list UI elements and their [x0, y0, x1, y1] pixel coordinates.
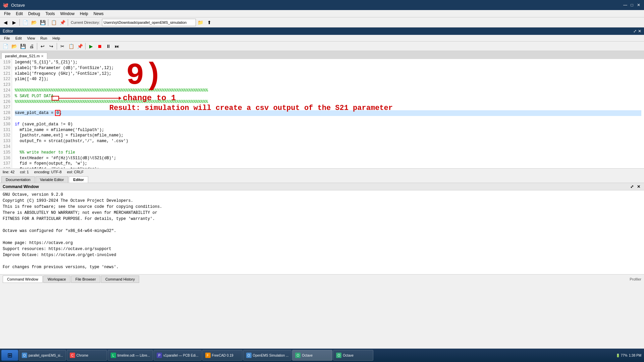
maximize-button[interactable]: □ [629, 2, 635, 8]
menu-help[interactable]: Help [77, 11, 91, 17]
editor-step-btn[interactable]: ⏭ [113, 42, 121, 50]
editor-menu-help[interactable]: Help [50, 36, 63, 41]
editor-stop-btn[interactable]: ⏹ [96, 42, 104, 50]
ln-132: 132 [1, 133, 10, 138]
taskbar-right: 🔋 77% 1:38 PM [616, 354, 643, 357]
code-line-137: fid = fopen(output_fn, 'w'); [15, 161, 641, 167]
start-button[interactable]: ⊞ [1, 350, 18, 361]
panel-tab-editor[interactable]: Editor [69, 176, 88, 183]
taskbar-item-octave-main[interactable]: O parallel_openEMS_si... [19, 350, 66, 361]
taskbar-label-octave-main: parallel_openEMS_si... [29, 354, 63, 357]
code-line-119: legend('S_{11}','S_{21}'); [15, 60, 641, 65]
code-line-131: mfile_name = mfilename('fullpath'); [15, 127, 641, 133]
status-eol: eol: CRLF [67, 170, 84, 174]
bottom-tab-command-window[interactable]: Command Window [3, 276, 43, 283]
editor-sep1 [37, 43, 37, 50]
command-window-content[interactable]: GNU Octave, version 9.2.0 Copyright (C) … [0, 190, 644, 274]
toolbar-sep3 [68, 19, 68, 26]
taskbar-battery: 🔋 77% [616, 354, 628, 357]
menu-edit[interactable]: Edit [13, 11, 25, 17]
taskbar-label-freecad: FreeCAD 0.19 [212, 354, 233, 357]
toolbar-folder-up[interactable]: ⬆ [205, 18, 213, 26]
taskbar-label-pcb: v1parallel — PCB Edi... [163, 354, 199, 357]
toolbar-forward[interactable]: ▶ [10, 18, 18, 26]
editor-open-btn[interactable]: 📂 [10, 42, 18, 50]
editor-undo-btn[interactable]: ↩ [39, 42, 47, 50]
editor-close-btn[interactable]: ✕ [638, 29, 641, 34]
editor-copy-btn[interactable]: 📋 [67, 42, 75, 50]
editor-run-btn[interactable]: ▶ [87, 42, 95, 50]
close-button[interactable]: ✕ [636, 2, 641, 8]
menu-file[interactable]: File [1, 11, 13, 17]
bottom-tab-command-history[interactable]: Command History [101, 276, 139, 283]
taskbar-item-libreoffice[interactable]: L timeline.odt — Libre... [108, 350, 153, 361]
editor-menu-edit[interactable]: Edit [13, 36, 24, 41]
editor-menubar: File Edit View Run Help [0, 35, 644, 42]
editor-pause-btn[interactable]: ⏸ [104, 42, 112, 50]
editor-status-bar: line: 42 col: 1 encoding: UTF-8 eol: CRL… [0, 168, 644, 175]
toolbar-paste[interactable]: 📌 [58, 18, 66, 26]
code-line-134 [15, 144, 641, 150]
panel-tab-variable-editor[interactable]: Variable Editor [36, 176, 68, 183]
editor-save-btn[interactable]: 💾 [19, 42, 27, 50]
taskbar-item-chrome[interactable]: C Chrome [67, 350, 107, 361]
taskbar-label-octave1: Octave [302, 354, 313, 357]
code-line-129 [15, 116, 641, 122]
editor-redo-btn[interactable]: ↪ [47, 42, 55, 50]
code-line-128: save_plot_data = 0; [15, 110, 641, 116]
cw-line-9: Home page: https://octave.org [3, 240, 641, 246]
editor-tab-label: parallel_draw_S21.m [5, 54, 40, 58]
taskbar-item-octave2[interactable]: O Octave [333, 350, 373, 361]
current-dir-input[interactable] [102, 19, 196, 26]
menu-debug[interactable]: Debug [25, 11, 43, 17]
bottom-tab-file-browser[interactable]: File Browser [71, 276, 100, 283]
title-left: 🐙 Octave [3, 2, 25, 8]
code-content[interactable]: legend('S_{11}','S_{21}'); ylabel('S-Par… [12, 59, 644, 168]
cw-close-btn[interactable]: ✕ [636, 184, 641, 189]
ln-124: 124 [1, 88, 10, 94]
editor-expand-btn[interactable]: ⤢ [633, 29, 637, 34]
toolbar-sep1 [19, 19, 20, 26]
panel-tab-documentation[interactable]: Documentation [1, 176, 35, 183]
toolbar-save[interactable]: 💾 [39, 18, 47, 26]
taskbar-icon-openems: O [246, 353, 252, 358]
editor-print-btn[interactable]: 🖨 [28, 42, 36, 50]
taskbar-item-octave1[interactable]: O Octave [292, 350, 332, 361]
taskbar-item-freecad[interactable]: F FreeCAD 0.19 [202, 350, 243, 361]
toolbar-browse[interactable]: 📁 [197, 18, 205, 26]
minimize-button[interactable]: — [623, 2, 628, 8]
taskbar-item-openems[interactable]: O OpenEMS Simulation ... [243, 350, 292, 361]
cw-line-12 [3, 258, 641, 264]
code-editor[interactable]: 119 120 121 122 123 124 125 126 127 128 … [0, 59, 644, 168]
editor-cut-btn[interactable]: ✂ [58, 42, 66, 50]
toolbar-open[interactable]: 📂 [30, 18, 38, 26]
editor-menu-run[interactable]: Run [38, 36, 50, 41]
taskbar-item-pcb[interactable]: P v1parallel — PCB Edi... [154, 350, 202, 361]
code-line-125: % SAVE PLOT DATA [15, 94, 641, 99]
taskbar: ⊞ O parallel_openEMS_si... C Chrome L ti… [0, 349, 644, 362]
toolbar-copy[interactable]: 📋 [50, 18, 58, 26]
cw-line-5: FITNESS FOR A PARTICULAR PURPOSE. For de… [3, 216, 641, 222]
profiler-label[interactable]: Profiler [630, 277, 641, 281]
editor-menu-file[interactable]: File [1, 36, 13, 41]
editor-tab-close[interactable]: ✕ [41, 54, 44, 58]
editor-paste-btn[interactable]: 📌 [76, 42, 84, 50]
app-title: Octave [11, 3, 25, 8]
toolbar-back[interactable]: ◀ [1, 18, 9, 26]
menu-news[interactable]: News [91, 11, 106, 17]
ln-122: 122 [1, 76, 10, 82]
menu-tools[interactable]: Tools [43, 11, 57, 17]
editor-sep2 [57, 43, 57, 50]
cw-line-1: GNU Octave, version 9.2.0 [3, 192, 641, 198]
menu-window[interactable]: Window [57, 11, 77, 17]
cw-line-3: This is free software; see the source co… [3, 204, 641, 210]
panel-tabs: Documentation Variable Editor Editor [0, 175, 644, 183]
ln-130: 130 [1, 122, 10, 127]
taskbar-icon-pcb: P [157, 353, 162, 358]
editor-tab[interactable]: parallel_draw_S21.m ✕ [1, 53, 47, 59]
editor-new-btn[interactable]: 📄 [1, 42, 9, 50]
bottom-tab-workspace[interactable]: Workspace [43, 276, 70, 283]
toolbar-new[interactable]: 📄 [21, 18, 29, 26]
cw-expand-btn[interactable]: ⤢ [629, 184, 635, 189]
editor-menu-view[interactable]: View [24, 36, 38, 41]
